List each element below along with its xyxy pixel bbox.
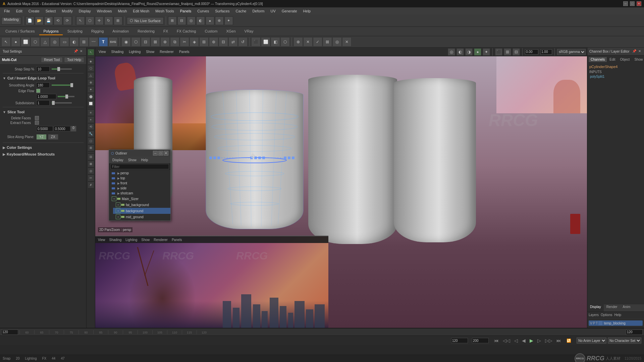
new-btn[interactable]: 📄: [25, 16, 34, 25]
svp-shading[interactable]: Shading: [108, 238, 123, 242]
ra-tab-display[interactable]: Display: [587, 304, 604, 311]
icon-select[interactable]: ↖: [1, 37, 11, 47]
menu-windows[interactable]: Windows: [94, 8, 115, 14]
icon-cube[interactable]: ⬜: [21, 37, 30, 47]
subdivisions-slider[interactable]: [52, 102, 72, 104]
edge-flow-checkbox[interactable]: [36, 89, 40, 93]
ch-tab-edit[interactable]: Edit: [607, 57, 617, 62]
ch-tab-show[interactable]: Show: [632, 57, 644, 62]
tool-11[interactable]: 🔧: [88, 130, 94, 137]
btn-to-start[interactable]: ⏮: [493, 338, 500, 343]
reset-tool-btn[interactable]: Reset Tool: [41, 57, 63, 63]
panel-close-icon[interactable]: ✕: [79, 49, 84, 54]
color-settings-section[interactable]: ▶ Color Settings: [3, 144, 84, 151]
out-bg-expand[interactable]: +: [116, 208, 120, 213]
svp-renderer[interactable]: Renderer: [152, 238, 169, 242]
tab-animation[interactable]: Animation: [108, 28, 133, 35]
zx-btn[interactable]: ZX: [48, 134, 58, 140]
vp-cam3[interactable]: ◑: [465, 48, 473, 56]
yz-btn[interactable]: YZ: [36, 134, 47, 140]
vp-cam4[interactable]: ●: [474, 48, 481, 56]
tab-polygons[interactable]: Polygons: [39, 28, 62, 35]
snap-step-slider[interactable]: [52, 68, 72, 70]
vp-cam5[interactable]: ✦: [483, 48, 490, 56]
menu-surfaces[interactable]: Surfaces: [212, 8, 232, 14]
out-persp[interactable]: ▶ persp: [109, 171, 170, 176]
out-top[interactable]: ▶ top: [109, 176, 170, 181]
vp-shading[interactable]: Shading: [109, 49, 126, 54]
icon-cylinder[interactable]: ⬡: [31, 37, 40, 47]
subdivisions-input[interactable]: [36, 100, 50, 106]
tool-14[interactable]: ⊟: [88, 154, 94, 160]
cut-insert-section[interactable]: ▼ Cut / Insert Edge Loop Tool: [3, 75, 84, 81]
menu-file[interactable]: File: [1, 8, 13, 14]
rotate-btn[interactable]: ↻: [104, 16, 113, 25]
icon-cone[interactable]: △: [40, 37, 50, 47]
tb14[interactable]: ●: [206, 16, 214, 25]
svp-view[interactable]: View: [97, 238, 107, 242]
outliner-minimize[interactable]: ─: [153, 151, 158, 156]
ch-pin[interactable]: 📌: [632, 49, 637, 54]
icon-helix[interactable]: 〰: [89, 37, 98, 47]
menu-deform[interactable]: Deform: [250, 8, 267, 14]
ch-tab-channels[interactable]: Channels: [589, 57, 607, 62]
icon-slide[interactable]: ⊟: [219, 37, 228, 47]
offset-y[interactable]: [54, 126, 70, 131]
ra-tab-anim[interactable]: Anim: [620, 304, 633, 311]
no-live-surface-btn[interactable]: ⬡ No Live Surface: [127, 17, 164, 24]
tool-7[interactable]: ⬜: [88, 100, 94, 107]
anim-layer-select[interactable]: No Anim Layer: [577, 338, 606, 344]
icon-r2[interactable]: ⬜: [261, 37, 270, 47]
btn-next-key[interactable]: ▷▷: [544, 338, 554, 343]
outliner-close[interactable]: ✕: [164, 151, 168, 156]
icon-bridge[interactable]: ⊠: [151, 37, 160, 47]
snap-step-input[interactable]: [36, 66, 50, 72]
svp-panels[interactable]: Panels: [170, 238, 183, 242]
vp-view[interactable]: View: [97, 49, 108, 54]
icon-multi-cut[interactable]: ◈: [190, 37, 199, 47]
icon-r4[interactable]: ⬡: [280, 37, 290, 47]
tb13[interactable]: ◐: [196, 16, 205, 25]
tab-rigging[interactable]: Rigging: [87, 28, 108, 35]
tab-curves-surfaces[interactable]: Curves / Surfaces: [1, 28, 39, 35]
icon-r1[interactable]: ⬛: [251, 37, 261, 47]
svp-show[interactable]: Show: [140, 238, 151, 242]
icon-spin[interactable]: ↺: [238, 37, 248, 47]
tool-9[interactable]: ⌖: [88, 116, 94, 123]
tool-help-btn[interactable]: Tool Help: [64, 57, 84, 63]
menu-edit[interactable]: Edit: [13, 8, 25, 14]
icon-r6[interactable]: ✕: [303, 37, 313, 47]
tb16[interactable]: ✦: [224, 16, 233, 25]
out-mg-expand[interactable]: +: [116, 215, 120, 219]
icon-svg[interactable]: SVG: [108, 37, 118, 47]
ef-slider[interactable]: [58, 96, 74, 97]
tb10[interactable]: ⊞: [168, 16, 177, 25]
ch-poly-split[interactable]: polySplit1: [589, 74, 642, 79]
tool-5[interactable]: ✦: [88, 86, 94, 93]
tab-fx-caching[interactable]: FX Caching: [173, 28, 200, 35]
icon-r9[interactable]: ◎: [332, 37, 342, 47]
icon-disk[interactable]: ◐: [69, 37, 79, 47]
timeline-end[interactable]: [626, 329, 643, 335]
tb15[interactable]: ⊕: [215, 16, 224, 25]
tab-fx[interactable]: FX: [159, 28, 172, 35]
extract-faces-checkbox[interactable]: [35, 121, 39, 125]
out-menu-help[interactable]: Help: [139, 158, 150, 163]
out-menu-display[interactable]: Display: [110, 158, 125, 163]
svp-lighting[interactable]: Lighting: [124, 238, 139, 242]
ch-tab-object[interactable]: Object: [618, 57, 632, 62]
end-frame[interactable]: [472, 338, 489, 343]
tool-12[interactable]: ◻: [88, 137, 94, 144]
timeline-start[interactable]: [1, 329, 18, 335]
out-front[interactable]: ▶ front: [109, 181, 170, 186]
menu-mesh-tools[interactable]: Mesh Tools: [153, 8, 176, 14]
icon-pipe[interactable]: ⊞: [79, 37, 89, 47]
icon-flip[interactable]: ⇄: [228, 37, 238, 47]
out-fat-bg[interactable]: + fat_background: [113, 202, 170, 208]
icon-r8[interactable]: ⊠: [323, 37, 332, 47]
lasso-btn[interactable]: ⬡: [86, 16, 94, 25]
tool-10[interactable]: ⟲: [88, 123, 94, 130]
vp-cam2[interactable]: ◐: [457, 48, 464, 56]
menu-cache[interactable]: Cache: [233, 8, 249, 14]
menu-uv[interactable]: UV: [268, 8, 278, 14]
